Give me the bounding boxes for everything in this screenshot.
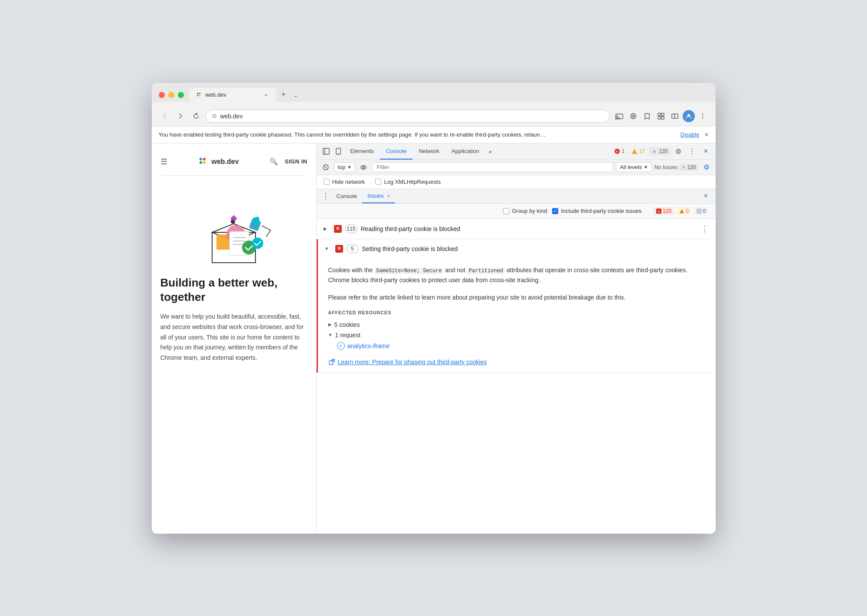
log-xmlhttp-checkbox[interactable]: Log XMLHttpRequests xyxy=(375,179,441,185)
clear-console-button[interactable] xyxy=(320,162,331,173)
issues-gray-count: 0 xyxy=(703,208,706,214)
devtools-device-button[interactable] xyxy=(332,145,344,157)
tab-favicon xyxy=(195,91,202,98)
iframe-icon: ⊙ xyxy=(337,342,345,350)
include-third-party-checkbox[interactable]: ✓ Include third-party cookie issues xyxy=(552,208,641,214)
hide-network-checkbox[interactable]: Hide network xyxy=(324,179,365,185)
new-tab-button[interactable]: + xyxy=(278,89,290,101)
request-item[interactable]: ▼ 1 request xyxy=(328,330,705,340)
url-text: web.dev xyxy=(220,113,603,120)
checkbox-row: Hide network Log XMLHttpRequests xyxy=(317,175,716,189)
site-search-icon[interactable]: 🔍 xyxy=(269,157,278,166)
hide-network-checkbox-box[interactable] xyxy=(324,179,330,185)
warning-badge[interactable]: ! 17 xyxy=(629,147,647,155)
issues-red-badge: ✕ 120 xyxy=(654,207,674,215)
svg-rect-9 xyxy=(661,117,664,119)
context-selector[interactable]: top ▼ xyxy=(334,162,356,172)
info-bar-disable-link[interactable]: Disable xyxy=(681,131,699,138)
issue-setting-cookie-header[interactable]: ▼ ✕ 5 Setting third-party cookie is bloc… xyxy=(318,239,716,258)
tab-elements[interactable]: Elements xyxy=(344,143,380,160)
filter-input[interactable] xyxy=(372,162,613,172)
level-label: All levels xyxy=(620,164,642,170)
hamburger-menu-button[interactable]: ☰ xyxy=(160,157,167,166)
browser-tab[interactable]: web.dev × xyxy=(189,88,276,102)
error-badge[interactable]: ✕ 1 xyxy=(612,147,627,155)
issue-reading-cookie-more-button[interactable]: ⋮ xyxy=(701,224,709,234)
level-selector[interactable]: All levels ▼ xyxy=(616,162,652,172)
tab-application[interactable]: Application xyxy=(445,143,485,160)
maximize-window-button[interactable] xyxy=(178,92,184,98)
lens-button[interactable] xyxy=(627,110,639,122)
eye-button[interactable] xyxy=(358,162,369,173)
subtabs-more-button[interactable]: ⋮ xyxy=(320,190,331,202)
hero-body: We want to help you build beautiful, acc… xyxy=(160,312,308,363)
subtab-issues[interactable]: Issues × xyxy=(362,189,395,203)
group-by-kind-box[interactable] xyxy=(503,208,509,214)
cookies-expand-icon[interactable]: ▶ xyxy=(328,322,332,327)
issue-reading-cookie-header[interactable]: ▶ ✕ 115 Reading third-party cookie is bl… xyxy=(317,219,716,239)
close-window-button[interactable] xyxy=(159,92,165,98)
issue-reading-cookie-count: 115 xyxy=(345,225,357,233)
info-bar-close-button[interactable]: × xyxy=(704,131,708,139)
devtools-toolbar: Elements Console Network Application » ✕… xyxy=(317,143,716,160)
cast-button[interactable] xyxy=(613,110,625,122)
extensions-button[interactable] xyxy=(655,110,667,122)
tab-title: web.dev xyxy=(206,91,226,98)
level-dropdown-icon: ▼ xyxy=(644,165,648,169)
svg-rect-7 xyxy=(661,113,664,116)
no-issues-count: 120 xyxy=(687,164,696,170)
tab-close-button[interactable]: × xyxy=(263,91,270,98)
issue-reading-cookie-expand[interactable]: ▶ xyxy=(324,226,330,231)
cookies-count: 5 cookies xyxy=(334,321,360,328)
analytics-iframe-link[interactable]: ⊙ analytics-iframe xyxy=(337,340,705,352)
devtools-dock-button[interactable] xyxy=(320,145,332,157)
bookmark-button[interactable] xyxy=(641,110,653,122)
site-logo: web.dev xyxy=(197,156,239,167)
subtab-issues-close-button[interactable]: × xyxy=(387,193,389,199)
learn-more-link[interactable]: Learn more: Prepare for phasing out thir… xyxy=(328,359,705,365)
forward-button[interactable] xyxy=(174,110,186,122)
profile-button[interactable] xyxy=(683,110,695,122)
security-icon: ⊙ xyxy=(212,113,217,119)
devtools-close-button[interactable]: × xyxy=(700,145,712,157)
devtools-toggle-button[interactable] xyxy=(669,110,681,122)
cookies-item[interactable]: ▶ 5 cookies xyxy=(328,319,705,330)
issue-setting-cookie-expand[interactable]: ▼ xyxy=(325,246,332,251)
group-by-kind-checkbox[interactable]: Group by kind xyxy=(503,208,547,214)
group-by-kind-label: Group by kind xyxy=(512,208,547,214)
address-bar[interactable]: ⊙ web.dev xyxy=(206,110,610,123)
log-xmlhttp-checkbox-box[interactable] xyxy=(375,179,381,185)
log-xmlhttp-label: Log XMLHttpRequests xyxy=(384,179,441,185)
tab-more-button[interactable]: » xyxy=(485,144,495,159)
devtools-more-button[interactable]: ⋮ xyxy=(686,145,698,157)
svg-text:✕: ✕ xyxy=(615,150,619,154)
site-nav-items: 🔍 SIGN IN xyxy=(269,157,308,166)
website-content: ☰ web.dev 🔍 SIGN IN xyxy=(152,143,317,534)
affected-resources-label: AFFECTED RESOURCES xyxy=(328,310,705,315)
svg-text:!: ! xyxy=(681,210,682,213)
browser-window: web.dev × + ⌄ ⊙ web.dev xyxy=(152,83,716,534)
issue-setting-cookie-group: ▼ ✕ 5 Setting third-party cookie is bloc… xyxy=(317,239,716,373)
chrome-menu-button[interactable] xyxy=(697,110,709,122)
subtab-console[interactable]: Console xyxy=(331,189,363,203)
tab-network[interactable]: Network xyxy=(412,143,445,160)
no-issues-count-badge: ✕ 120 xyxy=(679,164,698,171)
info-badge[interactable]: ✕ 120 xyxy=(649,147,670,155)
window-dropdown-button[interactable]: ⌄ xyxy=(293,91,298,98)
site-signin-button[interactable]: SIGN IN xyxy=(285,158,308,165)
minimize-window-button[interactable] xyxy=(168,92,174,98)
subtabs-close-button[interactable]: × xyxy=(700,190,712,202)
request-expand-icon[interactable]: ▼ xyxy=(328,332,333,337)
hide-network-label: Hide network xyxy=(332,179,365,185)
issues-filter-bar: Group by kind ✓ Include third-party cook… xyxy=(317,204,716,219)
tab-console[interactable]: Console xyxy=(380,143,413,160)
console-settings-button[interactable]: ⚙ xyxy=(701,162,712,173)
svg-rect-8 xyxy=(658,117,661,119)
subtab-console-label: Console xyxy=(337,193,357,199)
include-third-party-box[interactable]: ✓ xyxy=(552,208,558,214)
svg-line-41 xyxy=(324,166,327,169)
reload-button[interactable] xyxy=(190,110,202,122)
devtools-settings-gear-button[interactable]: ⚙ xyxy=(672,145,684,157)
back-button[interactable] xyxy=(159,110,171,122)
site-header: ☰ web.dev 🔍 SIGN IN xyxy=(160,152,308,176)
